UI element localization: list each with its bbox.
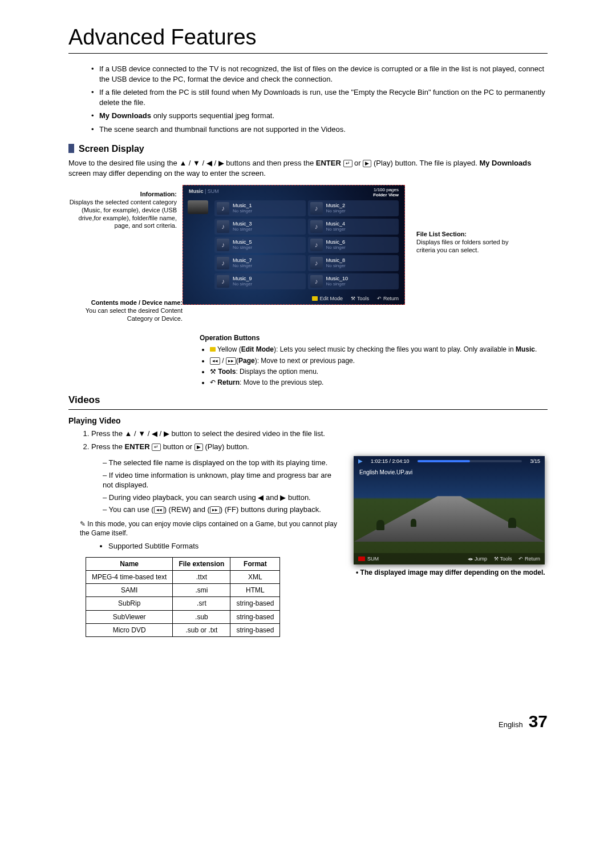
supported-subtitle-heading: Supported Subtitle Formats [108, 541, 343, 551]
music-note-icon: ♪ [310, 275, 323, 288]
table-cell: SAMI [86, 584, 173, 597]
play-indicator-icon: ▶ [358, 457, 363, 465]
video-progress[interactable] [418, 460, 522, 462]
video-steps: Press the ▲ / ▼ / ◀ / ▶ button to select… [91, 429, 548, 451]
table-cell: string-based [230, 623, 280, 636]
tools-button[interactable]: ⚒ Tools [494, 555, 512, 562]
table-cell: string-based [230, 610, 280, 623]
music-file-item[interactable]: ♪Music_8No singer [308, 255, 399, 271]
music-file-item[interactable]: ♪Music_5No singer [214, 237, 306, 253]
sum-icon [358, 557, 365, 561]
yellow-chip-icon [312, 296, 318, 301]
table-row: MPEG-4 time-based text.ttxtXML [86, 570, 280, 583]
table-cell: .sub or .txt [173, 623, 230, 636]
enter-icon: ↵ [152, 443, 161, 451]
annot-info-title: Information: [68, 191, 177, 199]
video-note-item: The selected file name is displayed on t… [103, 458, 343, 468]
table-row: Micro DVD.sub or .txtstring-based [86, 623, 280, 636]
op-page: ◂◂ / ▸▸(Page): Move to next or previous … [210, 356, 548, 365]
annot-contents-text: You can select the desired Content Categ… [86, 307, 183, 322]
tip-item: If a USB device connected to the TV is n… [91, 64, 548, 84]
tools-icon: ⚒ [351, 295, 355, 302]
tools-icon: ⚒ [494, 556, 499, 562]
table-cell: HTML [230, 584, 280, 597]
annot-filelist-text: Displays files or folders sorted by crit… [416, 239, 508, 253]
video-step: Press the ▲ / ▼ / ◀ / ▶ button to select… [91, 429, 548, 439]
intro-tips: If a USB device connected to the TV is n… [91, 64, 548, 134]
music-note-icon: ♪ [310, 257, 323, 269]
operation-buttons: Operation Buttons Yellow (Edit Mode): Le… [200, 333, 548, 387]
playing-video-heading: Playing Video [68, 416, 548, 426]
operation-title: Operation Buttons [200, 333, 548, 342]
music-file-singer: No singer [233, 282, 252, 287]
edit-mode-button[interactable]: Edit Mode [312, 295, 343, 302]
music-sub: | SUM [205, 188, 219, 194]
op-yellow: Yellow (Edit Mode): Lets you select musi… [210, 345, 548, 354]
tip-item: My Downloads My Downloads only supports … [91, 111, 548, 121]
music-note-icon: ♪ [217, 275, 229, 288]
table-cell: string-based [230, 597, 280, 610]
tools-icon: ⚒ [210, 368, 216, 376]
video-count: 3/15 [530, 458, 540, 465]
tools-button[interactable]: ⚒Tools [351, 295, 369, 302]
tip-item: If a file deleted from the PC is still f… [91, 87, 548, 107]
yellow-chip-icon [210, 347, 216, 352]
video-sum: SUM [358, 555, 379, 562]
enter-icon: ↵ [343, 160, 352, 167]
music-file-singer: No singer [326, 209, 346, 213]
music-file-item[interactable]: ♪Music_3No singer [214, 219, 306, 235]
rew-icon: ◂◂ [154, 506, 164, 514]
op-tools: ⚒ Tools: Displays the option menu. [210, 367, 548, 376]
music-file-item[interactable]: ♪Music_1No singer [214, 200, 306, 216]
music-file-item[interactable]: ♪Music_7No singer [214, 255, 306, 271]
table-row: SubViewer.substring-based [86, 610, 280, 623]
table-cell: SubRip [86, 597, 173, 610]
tip-item: The scene search and thumbnail functions… [91, 124, 548, 135]
video-note-item: During video playback, you can search us… [103, 493, 343, 503]
table-cell: .srt [173, 597, 230, 610]
tree-icon [411, 519, 416, 527]
music-note-icon: ♪ [217, 239, 229, 251]
page-title: Advanced Features [68, 23, 548, 54]
music-file-item[interactable]: ♪Music_2No singer [308, 200, 399, 216]
table-cell: XML [230, 570, 280, 583]
annot-contents-title: Contents mode / Device name: [68, 299, 183, 307]
tree-icon [508, 518, 516, 528]
op-return: ↶ Return: Move to the previous step. [210, 378, 548, 387]
table-row: SubRip.srtstring-based [86, 597, 280, 610]
music-file-item[interactable]: ♪Music_9No singer [214, 273, 306, 289]
video-player-screen: ▶ 1:02:15 / 2:04:10 3/15 English Movie.U… [354, 456, 545, 564]
game-note: ✎ In this mode, you can enjoy movie clip… [80, 519, 343, 538]
video-step: Press the ENTER ↵ button or ▶ (Play) but… [91, 442, 548, 452]
music-file-singer: No singer [326, 282, 348, 287]
next-page-icon: ▸▸ [226, 357, 236, 365]
music-file-singer: No singer [326, 264, 346, 268]
video-filename: English Movie.UP.avi [354, 466, 545, 477]
return-button[interactable]: ↶ Return [518, 555, 540, 562]
return-icon: ↶ [377, 295, 382, 302]
table-cell: MPEG-4 time-based text [86, 570, 173, 583]
video-note-item: You can use (◂◂) (REW) and (▸▸) (FF) but… [103, 505, 343, 515]
music-screen: Music | SUM 1/100 pages Folder View ♪Mus… [183, 185, 405, 305]
table-cell: SubViewer [86, 610, 173, 623]
return-icon: ↶ [518, 556, 523, 562]
screen-display-paragraph: Move to the desired file using the ▲ / ▼… [68, 158, 548, 178]
tree-icon [376, 520, 384, 530]
music-file-item[interactable]: ♪Music_6No singer [308, 237, 399, 253]
footer-page-number: 37 [529, 710, 548, 733]
ff-icon: ▸▸ [210, 506, 220, 514]
jump-button[interactable]: ◂▸ Jump [468, 555, 488, 562]
video-scene [354, 496, 545, 542]
prev-page-icon: ◂◂ [210, 357, 220, 365]
return-button[interactable]: ↶Return [377, 295, 399, 302]
music-file-singer: No singer [233, 227, 252, 232]
music-file-item[interactable]: ♪Music_10No singer [308, 273, 399, 289]
table-cell: .sub [173, 610, 230, 623]
model-note: The displayed image may differ depending… [356, 568, 548, 577]
section-heading: Screen Display [79, 143, 144, 155]
music-file-singer: No singer [326, 245, 346, 250]
device-icon [188, 200, 208, 214]
music-note-icon: ♪ [217, 202, 229, 215]
music-file-item[interactable]: ♪Music_4No singer [308, 219, 399, 235]
video-note-item: If video time information is unknown, pl… [103, 470, 343, 490]
